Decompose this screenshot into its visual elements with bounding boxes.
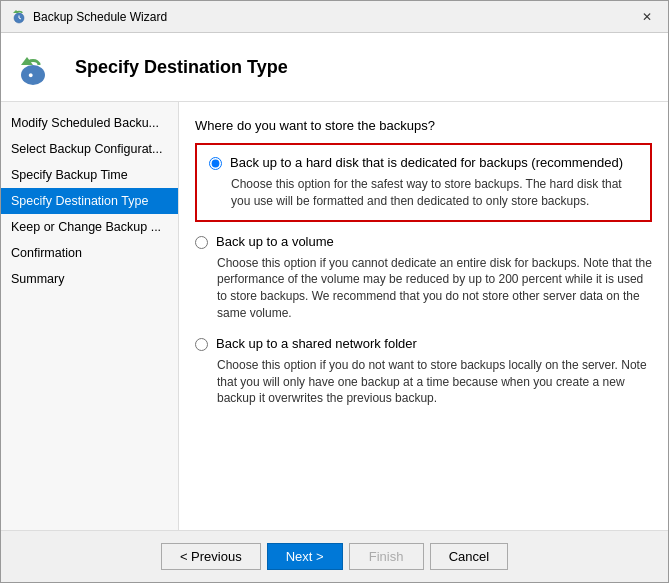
sidebar-item-select-backup-config[interactable]: Select Backup Configurat...	[1, 136, 178, 162]
window-title: Backup Schedule Wizard	[33, 10, 167, 24]
option-hard-disk-label[interactable]: Back up to a hard disk that is dedicated…	[230, 155, 623, 170]
option-volume-desc: Choose this option if you cannot dedicat…	[217, 255, 652, 322]
option-hard-disk-box: Back up to a hard disk that is dedicated…	[195, 143, 652, 222]
option-volume-section: Back up to a volume Choose this option i…	[195, 234, 652, 322]
option-hard-disk-radio[interactable]	[209, 157, 222, 170]
title-bar-left: Backup Schedule Wizard	[11, 9, 167, 25]
question-label: Where do you want to store the backups?	[195, 118, 652, 133]
option-volume-row: Back up to a volume	[195, 234, 652, 249]
option-hard-disk-row: Back up to a hard disk that is dedicated…	[209, 155, 638, 170]
next-button[interactable]: Next >	[267, 543, 343, 570]
option-volume-label[interactable]: Back up to a volume	[216, 234, 334, 249]
option-hard-disk-desc: Choose this option for the safest way to…	[231, 176, 638, 210]
wizard-body: Modify Scheduled Backu... Select Backup …	[1, 102, 668, 530]
finish-button: Finish	[349, 543, 424, 570]
option-network-section: Back up to a shared network folder Choos…	[195, 336, 652, 407]
sidebar-item-modify-scheduled[interactable]: Modify Scheduled Backu...	[1, 110, 178, 136]
option-network-desc: Choose this option if you do not want to…	[217, 357, 652, 407]
sidebar-item-specify-destination-type[interactable]: Specify Destination Type	[1, 188, 178, 214]
sidebar-item-confirmation[interactable]: Confirmation	[1, 240, 178, 266]
sidebar-item-keep-or-change-backup[interactable]: Keep or Change Backup ...	[1, 214, 178, 240]
app-icon	[11, 9, 27, 25]
option-network-radio[interactable]	[195, 338, 208, 351]
wizard-sidebar: Modify Scheduled Backu... Select Backup …	[1, 102, 179, 530]
title-bar: Backup Schedule Wizard ✕	[1, 1, 668, 33]
option-network-row: Back up to a shared network folder	[195, 336, 652, 351]
close-button[interactable]: ✕	[636, 8, 658, 26]
wizard-footer: < Previous Next > Finish Cancel	[1, 530, 668, 582]
wizard-window: Backup Schedule Wizard ✕ ● Specify Desti…	[0, 0, 669, 583]
previous-button[interactable]: < Previous	[161, 543, 261, 570]
svg-text:●: ●	[28, 70, 33, 80]
option-volume-radio[interactable]	[195, 236, 208, 249]
wizard-header: ● Specify Destination Type	[1, 33, 668, 102]
cancel-button[interactable]: Cancel	[430, 543, 508, 570]
wizard-title: Specify Destination Type	[75, 57, 288, 78]
sidebar-item-specify-backup-time[interactable]: Specify Backup Time	[1, 162, 178, 188]
main-content: Where do you want to store the backups? …	[179, 102, 668, 530]
header-backup-icon: ●	[17, 45, 61, 89]
option-network-label[interactable]: Back up to a shared network folder	[216, 336, 417, 351]
sidebar-item-summary[interactable]: Summary	[1, 266, 178, 292]
